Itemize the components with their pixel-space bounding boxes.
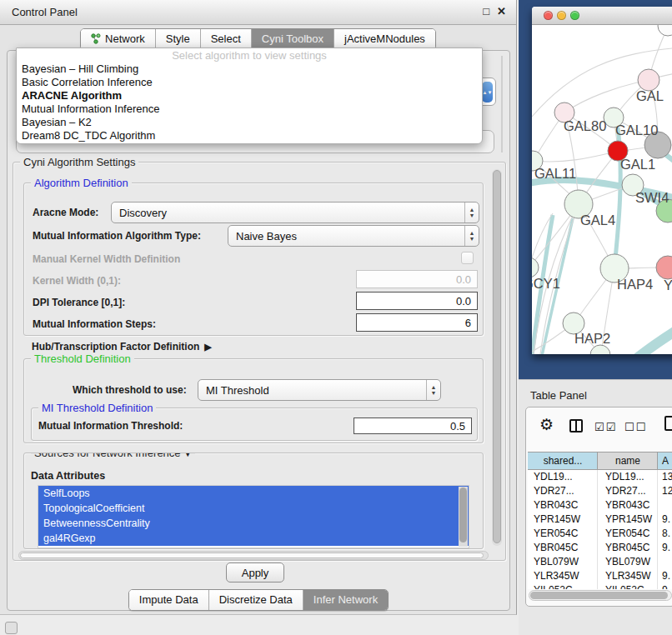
cyni-algorithm-settings-group: Cyni Algorithm Settings Algorithm Defini…: [13, 162, 506, 561]
mi-steps-label: Mutual Information Steps:: [33, 318, 156, 330]
table-row[interactable]: YLR345WYLR345W9.: [528, 569, 672, 583]
close-icon[interactable]: ✕: [497, 5, 506, 18]
network-panel-background: GALGAL80GAL10GAL1GAL11SWI4GAL4GCY1HAP4YH…: [519, 0, 672, 379]
mi-type-combo[interactable]: Naive Bayes ▲▼: [228, 225, 479, 247]
tab-jactivemnodules[interactable]: jActiveMNodules: [333, 29, 435, 49]
tab-label: Infer Network: [313, 593, 378, 606]
sources-toggle[interactable]: Sources for Network Inference ▼: [31, 452, 195, 459]
attr-list-scrollbar[interactable]: [459, 487, 468, 547]
tab-impute-data[interactable]: Impute Data: [129, 590, 208, 610]
which-threshold-combo[interactable]: MI Threshold ▲▼: [198, 379, 441, 401]
network-node-gcy1[interactable]: [532, 258, 539, 278]
algorithm-option[interactable]: Mutual Information Inference: [17, 102, 482, 116]
scrollbar-thumb[interactable]: [459, 488, 467, 542]
select-all-checkboxes-icon[interactable]: ☑☑: [594, 421, 617, 433]
tab-label: Cyni Toolbox: [262, 32, 323, 45]
column-header-2[interactable]: name: [598, 452, 658, 469]
scrollbar-thumb[interactable]: [530, 592, 668, 599]
mi-threshold-field[interactable]: 0.5: [354, 418, 472, 434]
aracne-mode-label: Aracne Mode:: [33, 207, 98, 218]
table-panel-title: Table Panel: [530, 389, 587, 402]
network-node[interactable]: [658, 25, 672, 36]
table-panel: Table Panel ⚙ ☑☑ ☐☐ shared...nameA YDL19…: [519, 379, 672, 635]
aracne-mode-combo[interactable]: Discovery ▲▼: [111, 202, 479, 223]
network-node-y[interactable]: [656, 256, 672, 279]
table-cell: 13: [658, 470, 672, 484]
settings-horizontal-scrollbar[interactable]: [18, 551, 489, 560]
node-label: Y: [664, 278, 672, 292]
algorithm-dropdown[interactable]: Select algorithm to view settings Bayesi…: [16, 48, 483, 144]
manual-kernel-checkbox[interactable]: [461, 252, 474, 264]
table-row[interactable]: YBR045CYBR045C9.: [528, 541, 672, 555]
table-cell: YLR345W: [528, 569, 598, 583]
table-row[interactable]: YIL052CYIL052C9.: [528, 583, 672, 589]
column-header-1[interactable]: shared...: [528, 452, 598, 469]
apply-button[interactable]: Apply: [226, 562, 284, 582]
hub-definition-toggle[interactable]: Hub/Transcription Factor Definition▶: [32, 341, 212, 352]
dpi-tolerance-field[interactable]: 0.0: [356, 292, 478, 310]
manual-kernel-label: Manual Kernel Width Definition: [33, 253, 180, 265]
combo-stepper-icon: ▲▼: [464, 202, 479, 222]
deselect-all-checkboxes-icon[interactable]: ☐☐: [624, 421, 647, 433]
scrollbar-thumb[interactable]: [20, 552, 484, 558]
settings-group-title: Cyni Algorithm Settings: [20, 156, 138, 168]
table-cell: YIL052C: [528, 583, 598, 589]
table-cell: YIL052C: [598, 583, 658, 589]
dropdown-placeholder: Select algorithm to view settings: [17, 48, 482, 62]
float-panel-icon[interactable]: □: [483, 5, 489, 18]
table-row[interactable]: YDL19...YDL19...13: [528, 470, 672, 484]
tab-network[interactable]: Network: [81, 29, 155, 49]
sources-title: Sources for Network Inference: [34, 452, 181, 459]
tab-label: Style: [166, 32, 190, 45]
columns-icon[interactable]: [569, 419, 583, 432]
node-label: HAP2: [574, 331, 610, 346]
document-icon[interactable]: [664, 416, 672, 431]
mi-type-value: Naive Bayes: [236, 230, 297, 242]
close-traffic-light[interactable]: [544, 11, 553, 20]
table-cell: YDR27...: [528, 484, 598, 498]
combo-stepper-icon: ▲▼: [464, 226, 479, 246]
tab-style[interactable]: Style: [155, 29, 200, 49]
mi-steps-field[interactable]: 6: [356, 313, 478, 332]
data-attribute-item[interactable]: TopologicalCoefficient: [38, 501, 469, 516]
table-row[interactable]: YDR27...YDR27...12: [528, 484, 672, 498]
aracne-mode-value: Discovery: [119, 207, 167, 219]
settings-vertical-scrollbar[interactable]: [492, 169, 502, 546]
mi-threshold-label: Mutual Information Threshold:: [38, 420, 183, 432]
data-attribute-item[interactable]: gal4RGexp: [38, 531, 469, 546]
control-panel-titlebar: Control Panel □ ✕: [0, 0, 516, 25]
minimize-traffic-light[interactable]: [557, 11, 566, 20]
which-threshold-label: Which threshold to use:: [73, 384, 187, 396]
table-cell: [658, 498, 672, 512]
table-row[interactable]: YBL079WYBL079W: [528, 555, 672, 569]
algorithm-option[interactable]: ARACNE Algorithm: [17, 89, 482, 102]
algorithm-option[interactable]: Basic Correlation Inference: [17, 76, 482, 89]
table-row[interactable]: YER054CYER054C8.: [528, 527, 672, 541]
gear-icon[interactable]: ⚙: [539, 415, 554, 434]
scrollbar-thumb[interactable]: [493, 170, 501, 543]
algorithm-option[interactable]: Dream8 DC_TDC Algorithm: [17, 129, 482, 142]
data-attribute-item[interactable]: SelfLoops: [38, 486, 469, 501]
threshold-definition-group: Threshold Definition Which threshold to …: [23, 358, 484, 443]
data-attribute-item[interactable]: BetweennessCentrality: [38, 516, 469, 531]
zoom-traffic-light[interactable]: [570, 11, 579, 20]
table-cell: YBR043C: [598, 498, 658, 512]
table-cell: 8.: [658, 527, 672, 541]
chevron-right-icon: ▶: [204, 342, 211, 352]
docked-panel-icon[interactable]: [5, 622, 18, 634]
column-header-3[interactable]: A: [658, 452, 672, 469]
algorithm-option[interactable]: Bayesian – Hill Climbing: [17, 62, 482, 76]
table-cell: YPR145W: [598, 512, 658, 527]
tab-cyni-toolbox[interactable]: Cyni Toolbox: [251, 29, 333, 49]
node-label: GCY1: [532, 276, 560, 291]
tab-discretize-data[interactable]: Discretize Data: [208, 590, 303, 610]
table-row[interactable]: YPR145WYPR145W9.: [528, 512, 672, 527]
algorithm-option[interactable]: Bayesian – K2: [17, 116, 482, 129]
network-graph[interactable]: GALGAL80GAL10GAL1GAL11SWI4GAL4GCY1HAP4YH…: [532, 25, 672, 354]
tab-infer-network[interactable]: Infer Network: [303, 590, 388, 610]
kernel-width-field[interactable]: 0.0: [356, 270, 478, 288]
table-row[interactable]: YBR043CYBR043C: [528, 498, 672, 512]
table-horizontal-scrollbar[interactable]: [529, 590, 672, 601]
table-cell: YBR045C: [598, 541, 658, 555]
tab-select[interactable]: Select: [200, 29, 251, 49]
